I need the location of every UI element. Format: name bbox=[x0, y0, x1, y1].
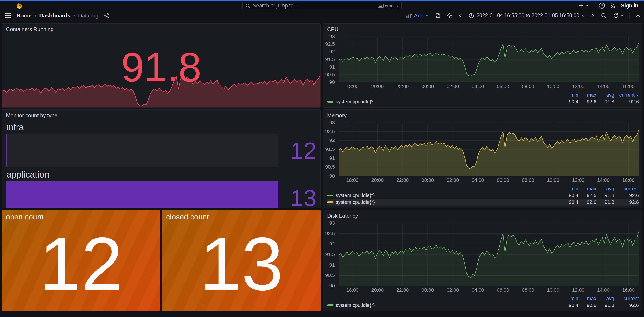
breadcrumb-separator: › bbox=[74, 13, 75, 18]
refresh-icon bbox=[613, 13, 619, 19]
legend-sort-max[interactable]: max bbox=[578, 92, 596, 98]
panel-title[interactable]: Memory bbox=[323, 110, 642, 119]
legend-max: 92.6 bbox=[578, 302, 596, 308]
memory-plot-area[interactable]: 9090.59191.59292.593 bbox=[339, 123, 639, 176]
panel-open-count: open count 12 bbox=[2, 210, 160, 311]
panel-title[interactable]: closed count bbox=[166, 212, 209, 221]
legend-sort-avg[interactable]: avg bbox=[596, 92, 614, 98]
legend-series[interactable]: system.cpu.idle{*} bbox=[327, 99, 560, 105]
legend-max: 92.6 bbox=[578, 199, 596, 205]
legend-sort-current[interactable]: current bbox=[614, 186, 639, 192]
legend-sort-min[interactable]: min bbox=[560, 92, 578, 98]
stat-value: 13 bbox=[200, 226, 283, 301]
legend-min: 90.4 bbox=[560, 99, 578, 105]
menu-toggle-icon[interactable] bbox=[5, 13, 11, 18]
plus-icon bbox=[578, 3, 584, 9]
dashboard-grid: Containers Running 91.8 CPU 9090.59191.5… bbox=[0, 21, 644, 311]
cpu-plot-area[interactable]: 9090.59191.59292.593 bbox=[339, 37, 639, 82]
search-shortcut: cmd+k bbox=[378, 3, 399, 9]
legend-sort-current[interactable]: current bbox=[614, 92, 639, 98]
panel-disk-latency: Disk Latency 9090.59191.59292.593 18:002… bbox=[323, 210, 642, 311]
panel-title[interactable]: open count bbox=[6, 212, 44, 221]
series-color-marker bbox=[327, 195, 334, 196]
bar-track-infra[interactable] bbox=[6, 134, 278, 167]
legend-avg: 91.8 bbox=[596, 99, 614, 105]
time-range-label: 2022-01-04 16:55:00 to 2022-01-05 16:50:… bbox=[476, 13, 579, 19]
bar-gauge: infra 12 application 13 bbox=[2, 119, 320, 208]
chevron-down-icon bbox=[585, 4, 589, 8]
disk-legend: min max avg current system.cpu.idle{*} 9… bbox=[323, 294, 642, 311]
panel-title[interactable]: Containers Running bbox=[2, 24, 320, 33]
sign-in-button[interactable]: Sign in bbox=[621, 3, 638, 9]
bar-value: 12 bbox=[278, 134, 316, 167]
panel-title[interactable]: CPU bbox=[323, 24, 642, 33]
time-range-picker[interactable]: 2022-01-04 16:55:00 to 2022-01-05 16:50:… bbox=[468, 13, 585, 19]
y-axis-labels: 9090.59191.59292.593 bbox=[325, 37, 336, 82]
cpu-legend: min max avg current system.cpu.idle{*} 9… bbox=[323, 90, 642, 107]
legend-avg: 91.8 bbox=[596, 302, 614, 308]
grafana-logo[interactable] bbox=[16, 2, 23, 9]
legend-series[interactable]: system.cpu.idle{*} bbox=[327, 193, 560, 198]
y-axis-labels: 9090.59191.59292.593 bbox=[325, 223, 336, 286]
legend-sort-max[interactable]: max bbox=[578, 296, 596, 301]
refresh-button[interactable] bbox=[613, 13, 624, 19]
search-icon bbox=[245, 3, 250, 9]
panel-title[interactable]: Monitor count by type bbox=[2, 110, 320, 119]
dashboard-toolbar: Home › Dashboards › Datadog Add bbox=[0, 10, 644, 21]
legend-sort-max[interactable]: max bbox=[578, 186, 596, 192]
bar-label: application bbox=[6, 167, 316, 181]
memory-legend: min max avg current system.cpu.idle{*} 9… bbox=[323, 184, 642, 208]
legend-series[interactable]: system.cpu.idle{*} bbox=[327, 199, 560, 205]
keyboard-icon bbox=[378, 4, 384, 8]
legend-current: 92.6 bbox=[614, 199, 639, 205]
panel-containers-running: Containers Running 91.8 bbox=[2, 23, 321, 108]
add-panel-button[interactable]: Add bbox=[406, 13, 429, 19]
share-icon[interactable] bbox=[104, 13, 110, 19]
breadcrumb-current: Datadog bbox=[78, 13, 98, 19]
save-dashboard-icon[interactable] bbox=[435, 13, 441, 19]
chevron-down-icon bbox=[582, 14, 585, 18]
chevron-down-icon bbox=[636, 94, 639, 97]
x-axis-labels: 18:0020:0022:0000:0002:0004:0006:0008:00… bbox=[339, 84, 639, 90]
legend-sort-avg[interactable]: avg bbox=[596, 186, 614, 192]
stat-row: open count 12 closed count 13 bbox=[2, 210, 321, 311]
legend-sort-min[interactable]: min bbox=[560, 296, 578, 301]
panel-title[interactable]: Disk Latency bbox=[323, 210, 642, 219]
legend-sort-min[interactable]: min bbox=[560, 186, 578, 192]
y-axis-labels: 9090.59191.59292.593 bbox=[325, 123, 336, 176]
legend-max: 92.6 bbox=[578, 99, 596, 105]
bar-track-application[interactable] bbox=[6, 181, 278, 208]
kiosk-mode-icon[interactable] bbox=[636, 14, 640, 18]
series-color-marker bbox=[327, 101, 334, 103]
x-axis-labels: 18:0020:0022:0000:0002:0004:0006:0008:00… bbox=[339, 287, 639, 294]
search-input[interactable]: Search or jump to... cmd+k bbox=[242, 2, 402, 10]
stat-value: 12 bbox=[39, 226, 123, 301]
search-placeholder: Search or jump to... bbox=[253, 3, 376, 9]
legend-min: 90.4 bbox=[560, 193, 578, 198]
series-color-marker bbox=[327, 201, 334, 203]
settings-gear-icon[interactable] bbox=[446, 13, 453, 19]
help-icon[interactable]: ? bbox=[599, 3, 605, 9]
news-icon[interactable] bbox=[610, 3, 616, 9]
zoom-out-icon[interactable] bbox=[601, 13, 607, 19]
new-menu-button[interactable] bbox=[578, 3, 589, 9]
breadcrumb-dashboards[interactable]: Dashboards bbox=[39, 13, 70, 19]
legend-current: 92.6 bbox=[614, 193, 639, 198]
panel-cpu: CPU 9090.59191.59292.593 18:0020:0022:00… bbox=[323, 23, 642, 108]
legend-max: 92.6 bbox=[578, 193, 596, 198]
panel-closed-count: closed count 13 bbox=[162, 210, 321, 311]
legend-min: 90.4 bbox=[560, 302, 578, 308]
breadcrumb: Home › Dashboards › Datadog bbox=[16, 13, 110, 19]
disk-plot-area[interactable]: 9090.59191.59292.593 bbox=[339, 223, 639, 286]
breadcrumb-home[interactable]: Home bbox=[16, 13, 32, 19]
legend-min: 90.4 bbox=[560, 199, 578, 205]
legend-sort-current[interactable]: current bbox=[614, 296, 639, 301]
breadcrumb-separator: › bbox=[35, 13, 36, 18]
legend-sort-avg[interactable]: avg bbox=[596, 296, 614, 301]
sparkline bbox=[2, 74, 320, 107]
legend-series[interactable]: system.cpu.idle{*} bbox=[327, 302, 560, 308]
bar-label: infra bbox=[6, 120, 316, 134]
time-back-icon[interactable] bbox=[458, 13, 462, 18]
time-forward-icon[interactable] bbox=[591, 13, 595, 18]
chevron-down-icon bbox=[620, 14, 624, 18]
